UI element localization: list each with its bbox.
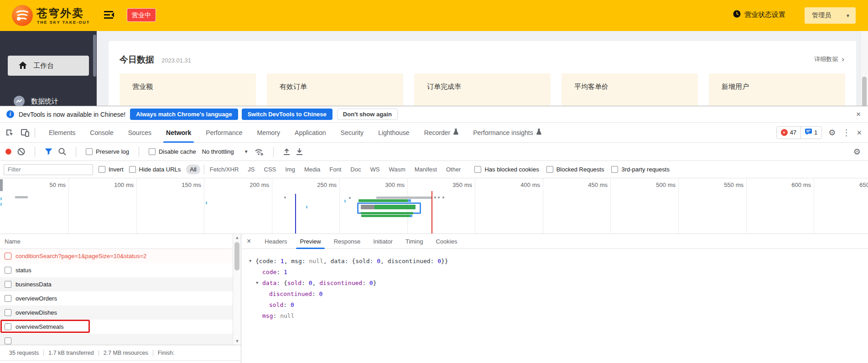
json-line[interactable]: code: 1 (256, 266, 868, 277)
network-overview-timeline[interactable]: 50 ms 100 ms 150 ms 200 ms 250 ms 300 ms… (0, 178, 868, 234)
checkbox[interactable] (99, 166, 105, 173)
throttling-dropdown[interactable]: No throttling ▼ (202, 148, 249, 155)
settings-gear-icon[interactable]: ⚙ (828, 129, 836, 137)
request-type-pill[interactable]: Wasm (385, 165, 409, 174)
request-type-pill[interactable]: All (186, 165, 200, 174)
request-row[interactable]: businessData (0, 277, 233, 291)
details-tab[interactable]: Headers (258, 234, 293, 249)
checkbox[interactable] (611, 166, 618, 173)
page-scrollbar-thumb[interactable] (862, 77, 867, 106)
request-type-pill[interactable]: Other (442, 165, 465, 174)
tree-expand-icon[interactable]: ▼ (256, 280, 262, 285)
request-checkbox[interactable] (5, 253, 11, 259)
requests-scrollbar[interactable]: ▲ ▼ (233, 234, 241, 345)
request-type-pill[interactable]: Manifest (411, 165, 441, 174)
clear-icon[interactable] (17, 148, 25, 156)
sidebar-collapse-icon[interactable] (104, 10, 115, 20)
more-options-icon[interactable]: ⋮ (842, 129, 850, 137)
checkbox[interactable] (546, 166, 553, 173)
name-column-header[interactable]: Name (0, 234, 233, 249)
details-tab[interactable]: Initiator (367, 234, 399, 249)
request-row[interactable]: status (0, 263, 233, 277)
network-settings-gear-icon[interactable]: ⚙ (853, 148, 861, 156)
request-row[interactable]: conditionSearch?page=1&pageSize=10&statu… (0, 249, 233, 263)
inspect-element-icon[interactable] (4, 127, 16, 139)
devtools-tab[interactable]: Application (287, 123, 333, 143)
business-status-button[interactable]: 营业状态设置 (733, 10, 785, 19)
request-type-pill[interactable]: Font (326, 165, 345, 174)
checkbox[interactable] (474, 166, 481, 173)
devtools-close-icon[interactable]: × (857, 129, 862, 137)
filter-funnel-icon[interactable] (45, 148, 52, 155)
extra-filter-checkbox[interactable]: Has blocked cookies (474, 166, 539, 173)
devtools-tab[interactable]: Recorder (417, 123, 466, 143)
json-line[interactable]: discontinued: 0 (263, 288, 868, 299)
sidebar-scrollbar-thumb[interactable] (93, 35, 96, 77)
devtools-tab[interactable]: Sources (121, 123, 159, 143)
request-type-pill[interactable]: Doc (347, 165, 364, 174)
devtools-tab[interactable]: Network (159, 123, 198, 143)
request-type-pill[interactable]: Fetch/XHR (204, 165, 243, 174)
invert-checkbox[interactable]: Invert (99, 166, 124, 173)
request-type-pill[interactable]: WS (366, 165, 383, 174)
request-type-pill[interactable]: Img (281, 165, 299, 174)
checkbox[interactable] (86, 148, 93, 155)
user-menu[interactable]: 管理员 ▼ (805, 7, 856, 24)
extra-filter-checkbox[interactable]: Blocked Requests (546, 166, 604, 173)
devtools-tab[interactable]: Console (83, 123, 120, 143)
details-tab[interactable]: Timing (399, 234, 430, 249)
request-row[interactable]: overviewOrders (0, 291, 233, 306)
disable-cache-checkbox[interactable]: Disable cache (149, 148, 196, 155)
devtools-tab[interactable]: Memory (249, 123, 287, 143)
record-button[interactable] (5, 149, 11, 155)
devtools-tab[interactable]: Performance insights (466, 123, 549, 143)
devtools-tab[interactable]: Lighthouse (371, 123, 417, 143)
filter-input[interactable] (4, 164, 93, 175)
request-checkbox[interactable] (5, 281, 11, 288)
request-checkbox[interactable] (5, 323, 11, 330)
request-checkbox[interactable] (5, 267, 11, 274)
scroll-down-icon[interactable]: ▼ (234, 339, 240, 343)
request-checkbox[interactable] (5, 309, 11, 316)
tree-expand-icon[interactable]: ▼ (249, 259, 255, 263)
infobar-primary-button[interactable]: Switch DevTools to Chinese (242, 109, 333, 120)
request-row[interactable]: overviewSetmeals (0, 320, 233, 334)
request-row[interactable] (0, 334, 233, 345)
hide-data-urls-checkbox[interactable]: Hide data URLs (129, 166, 181, 173)
checkbox[interactable] (129, 166, 136, 173)
dont-show-again-button[interactable]: Don't show again (337, 109, 398, 120)
devtools-tab[interactable]: Elements (42, 123, 83, 143)
issues-badge[interactable]: 1 (800, 127, 821, 139)
request-type-pill[interactable]: JS (244, 165, 258, 174)
request-row[interactable]: overviewDishes (0, 306, 233, 320)
network-conditions-icon[interactable] (255, 148, 264, 156)
request-checkbox[interactable] (5, 295, 11, 302)
extra-filter-checkbox[interactable]: 3rd-party requests (611, 166, 670, 173)
request-checkbox[interactable] (5, 337, 11, 344)
json-line[interactable]: sold: 0 (263, 299, 868, 310)
page-scrollbar[interactable] (860, 31, 868, 106)
checkbox[interactable] (149, 148, 156, 155)
search-icon[interactable] (58, 148, 66, 156)
details-close-icon[interactable]: × (247, 237, 251, 245)
json-line[interactable]: ▼ data: {sold: 0, discontinued: 0} (256, 277, 868, 288)
scroll-up-icon[interactable]: ▲ (234, 235, 240, 240)
export-har-icon[interactable] (296, 148, 303, 156)
device-toolbar-icon[interactable] (19, 127, 31, 139)
json-line[interactable]: ▼ {code: 1, msg: null, data: {sold: 0, d… (249, 255, 868, 266)
import-har-icon[interactable] (283, 148, 290, 156)
error-count-badge[interactable]: ✕ 47 (777, 127, 800, 139)
sidebar-item-workbench[interactable]: 工作台 (8, 56, 89, 76)
preserve-log-checkbox[interactable]: Preserve log (86, 148, 129, 155)
detail-data-link[interactable]: 详细数据 › (814, 55, 844, 64)
request-type-pill[interactable]: Media (301, 165, 324, 174)
requests-scrollbar-thumb[interactable] (234, 242, 239, 270)
infobar-primary-button[interactable]: Always match Chrome's language (130, 109, 238, 120)
details-tab[interactable]: Cookies (429, 234, 463, 249)
json-line[interactable]: msg: null (256, 310, 868, 321)
infobar-close-icon[interactable]: × (856, 110, 861, 119)
devtools-tab[interactable]: Security (333, 123, 371, 143)
sidebar-item-statistics[interactable]: 数据统计 (0, 91, 97, 106)
devtools-tab[interactable]: Performance (198, 123, 249, 143)
details-tab[interactable]: Response (327, 234, 367, 249)
